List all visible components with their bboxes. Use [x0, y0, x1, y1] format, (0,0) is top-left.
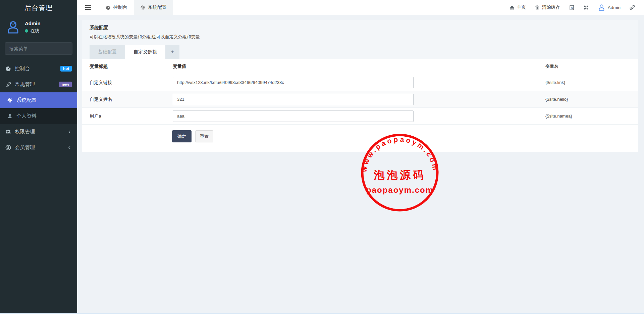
sidebar-item-profile[interactable]: 个人资料 [0, 108, 77, 124]
tab-custom-link[interactable]: 自定义链接 [125, 45, 165, 59]
home-button[interactable]: 主页 [505, 4, 530, 10]
config-tabs: 基础配置 自定义链接 + [90, 45, 631, 59]
topbar-right: 主页 清除缓存 A [505, 0, 644, 15]
topbar-tab-label: 控制台 [113, 4, 127, 10]
gear-icon [140, 5, 145, 10]
topbar-tab-system-config[interactable]: 系统配置 [134, 0, 173, 15]
topbar-tab-dashboard[interactable]: 控制台 [99, 0, 134, 15]
sidebar-submenu: 系统配置 个人资料 [0, 92, 77, 124]
tab-basic-config[interactable]: 基础配置 [90, 45, 125, 59]
user-panel: Admin 在线 [0, 15, 77, 40]
table-row: 自定义姓名 {$site.hello} [82, 91, 638, 107]
site-link-input[interactable] [173, 77, 414, 88]
online-dot [25, 29, 28, 33]
user-avatar-icon [5, 19, 21, 35]
add-tab-button[interactable]: + [165, 45, 179, 59]
sidebar-item-system-config[interactable]: 系统配置 [0, 92, 77, 108]
sidebar-item-members[interactable]: 会员管理 [0, 140, 77, 155]
column-header-value: 变量值 [172, 63, 541, 70]
sidebar-menu: 控制台 hot 常规管理 new [0, 61, 77, 155]
stamp-bottom-text: paopaoym.com [366, 185, 433, 194]
config-table: 变量标题 变量值 变量名 自定义链接 {$site.link} 自定义姓名 {$… [82, 59, 638, 152]
fullscreen-button[interactable] [579, 5, 593, 10]
page-title: 系统配置 [90, 25, 631, 31]
translate-icon: A [569, 5, 575, 10]
new-badge: new [59, 82, 72, 88]
sidebar-item-label: 个人资料 [16, 113, 37, 119]
row-title: 用户a [82, 113, 172, 119]
stamp-center-text: 泡泡源码 [373, 169, 426, 181]
dashboard-icon [106, 5, 111, 10]
row-title: 自定义姓名 [82, 96, 172, 102]
content-area: 系统配置 可以在此增改系统的变量和分组,也可以自定义分组和变量 基础配置 自定义… [77, 15, 644, 314]
user-status-label: 在线 [31, 28, 39, 34]
brand-title: 后台管理 [0, 0, 77, 15]
username-label: Admin [608, 5, 621, 10]
sidebar-item-label: 权限管理 [15, 129, 35, 135]
sidebar: 后台管理 Admin 在线 [0, 0, 77, 314]
row-varname: {$site.link} [541, 80, 638, 85]
gear-icon [7, 97, 13, 103]
user-status: 在线 [25, 28, 41, 34]
sidebar-item-label: 系统配置 [16, 97, 37, 103]
gears-icon [5, 82, 11, 87]
column-header-title: 变量标题 [82, 63, 172, 70]
row-title: 自定义链接 [82, 80, 172, 86]
user-circle-icon [5, 145, 11, 150]
user-menu[interactable]: Admin [593, 4, 625, 11]
user-avatar-icon [598, 4, 605, 11]
users-group-icon [5, 129, 11, 135]
reset-button[interactable]: 重置 [195, 130, 213, 142]
row-varname: {$site.hello} [541, 97, 638, 102]
sidebar-item-label: 常规管理 [15, 81, 35, 88]
sidebar-item-dashboard[interactable]: 控制台 hot [0, 61, 77, 77]
user-meta: Admin 在线 [25, 20, 41, 34]
app-window: 后台管理 Admin 在线 [0, 0, 644, 314]
hot-badge: hot [60, 66, 72, 72]
topbar-tab-label: 系统配置 [148, 4, 167, 10]
language-switch-button[interactable]: A [565, 5, 579, 10]
clear-cache-button[interactable]: 清除缓存 [530, 4, 565, 10]
gears-icon [629, 5, 635, 10]
hamburger-menu-icon[interactable] [77, 0, 99, 15]
site-namea-input[interactable] [173, 110, 414, 122]
config-card: 系统配置 可以在此增改系统的变量和分组,也可以自定义分组和变量 基础配置 自定义… [82, 20, 638, 152]
user-name: Admin [25, 20, 41, 26]
home-icon [509, 5, 515, 10]
chevron-left-icon [67, 130, 72, 134]
dashboard-icon [5, 66, 11, 72]
sidebar-item-label: 会员管理 [15, 144, 35, 151]
sidebar-search [5, 42, 72, 55]
fullscreen-icon [583, 5, 589, 10]
settings-button[interactable] [625, 5, 639, 10]
card-header: 系统配置 可以在此增改系统的变量和分组,也可以自定义分组和变量 基础配置 自定义… [82, 20, 638, 59]
home-label: 主页 [517, 4, 526, 10]
table-row: 用户a {$site.namea} [82, 107, 638, 124]
svg-text:A: A [571, 6, 573, 9]
user-icon [7, 113, 13, 119]
row-varname: {$site.namea} [541, 114, 638, 119]
chevron-left-icon [67, 145, 72, 150]
trash-icon [535, 5, 540, 10]
topbar: 控制台 系统配置 主页 [77, 0, 644, 15]
sidebar-item-label: 控制台 [15, 65, 30, 72]
table-row: 自定义链接 {$site.link} [82, 74, 638, 91]
column-header-varname: 变量名 [541, 63, 638, 70]
main-area: 控制台 系统配置 主页 [77, 0, 644, 314]
sidebar-item-permissions[interactable]: 权限管理 [0, 124, 77, 140]
table-header-row: 变量标题 变量值 变量名 [82, 59, 638, 74]
clear-cache-label: 清除缓存 [542, 4, 560, 10]
form-actions: 确定 重置 [82, 124, 638, 142]
page-subtitle: 可以在此增改系统的变量和分组,也可以自定义分组和变量 [90, 34, 631, 40]
sidebar-item-general[interactable]: 常规管理 new [0, 77, 77, 92]
menu-search-input[interactable] [9, 46, 70, 51]
submit-button[interactable]: 确定 [172, 130, 192, 142]
site-hello-input[interactable] [173, 94, 414, 105]
